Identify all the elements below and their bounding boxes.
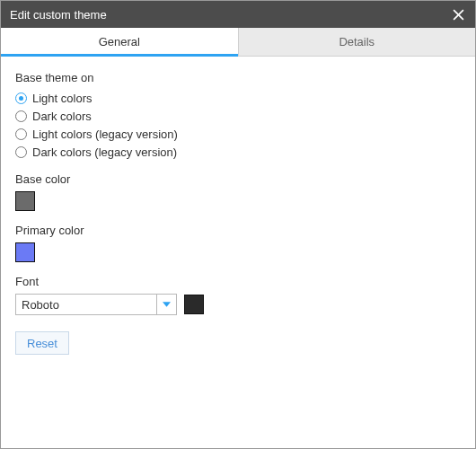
general-panel: Base theme on Light colors Dark colors L… [1,57,475,448]
reset-button-label: Reset [27,337,57,350]
radio-light-colors-legacy[interactable]: Light colors (legacy version) [15,126,461,142]
close-icon [453,9,464,21]
radio-icon [15,128,27,140]
reset-button[interactable]: Reset [15,331,69,355]
font-color-swatch[interactable] [184,295,204,314]
font-select[interactable]: Roboto [15,294,177,315]
radio-label: Light colors (legacy version) [32,128,178,141]
close-button[interactable] [450,6,466,22]
radio-dark-colors[interactable]: Dark colors [15,108,461,124]
radio-icon [15,146,27,158]
tab-details-label: Details [339,35,375,48]
font-label: Font [15,275,461,288]
primary-color-label: Primary color [15,224,461,237]
dialog-title: Edit custom theme [10,8,107,22]
radio-dark-colors-legacy[interactable]: Dark colors (legacy version) [15,144,461,160]
tab-details[interactable]: Details [239,28,476,56]
dialog-titlebar: Edit custom theme [1,1,475,28]
radio-icon [15,92,27,104]
radio-label: Dark colors (legacy version) [32,145,177,159]
font-select-value: Roboto [16,295,156,314]
font-select-toggle[interactable] [156,295,176,314]
radio-label: Dark colors [32,110,92,123]
tab-general[interactable]: General [1,28,239,56]
chevron-down-icon [163,302,171,307]
radio-icon [15,110,27,122]
edit-custom-theme-dialog: Edit custom theme General Details Base t… [0,0,476,449]
base-theme-radiogroup: Light colors Dark colors Light colors (l… [15,90,461,160]
base-color-label: Base color [15,172,461,186]
radio-label: Light colors [32,92,92,105]
tabbar: General Details [1,28,475,57]
radio-light-colors[interactable]: Light colors [15,90,461,106]
primary-color-swatch[interactable] [15,242,35,262]
base-theme-label: Base theme on [15,71,461,84]
svg-marker-2 [163,302,171,306]
base-color-swatch[interactable] [15,191,35,211]
tab-general-label: General [99,35,140,48]
font-row: Roboto [15,294,461,315]
